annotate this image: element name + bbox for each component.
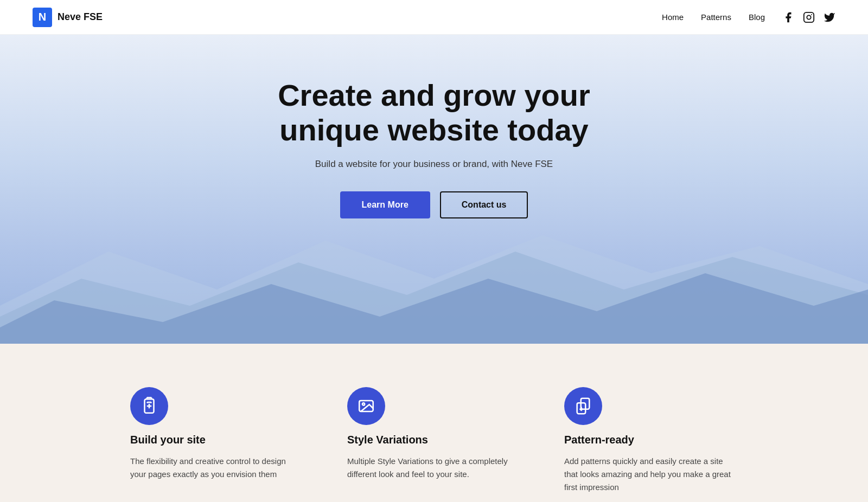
facebook-icon[interactable] xyxy=(782,11,794,23)
site-name: Neve FSE xyxy=(58,11,103,23)
hero-subtitle: Build a website for your business or bra… xyxy=(244,159,624,170)
main-nav: Home Patterns Blog xyxy=(662,11,835,23)
svg-point-13 xyxy=(362,403,365,405)
hero-content: Create and grow your unique website toda… xyxy=(244,78,624,218)
features-section: Build your site The flexibility and crea… xyxy=(0,344,868,502)
nav-home[interactable]: Home xyxy=(662,12,684,22)
social-icons xyxy=(782,11,835,23)
feature-style-desc: Multiple Style Variations to give a comp… xyxy=(347,455,521,481)
pattern-icon xyxy=(574,397,592,415)
style-icon xyxy=(357,397,375,415)
twitter-icon[interactable] xyxy=(824,11,835,23)
site-header: N Neve FSE Home Patterns Blog xyxy=(0,0,868,35)
svg-rect-0 xyxy=(804,12,814,22)
logo-icon: N xyxy=(33,8,52,27)
pattern-icon-circle xyxy=(564,387,602,425)
feature-pattern-title: Pattern-ready xyxy=(564,434,738,446)
feature-pattern-desc: Add patterns quickly and easily create a… xyxy=(564,455,738,494)
hero-mountains-bg xyxy=(0,208,868,344)
hero-section: Create and grow your unique website toda… xyxy=(0,35,868,344)
feature-build: Build your site The flexibility and crea… xyxy=(130,387,304,494)
feature-style: Style Variations Multiple Style Variatio… xyxy=(347,387,521,494)
nav-patterns[interactable]: Patterns xyxy=(701,12,731,22)
feature-pattern: Pattern-ready Add patterns quickly and e… xyxy=(564,387,738,494)
style-icon-circle xyxy=(347,387,385,425)
nav-blog[interactable]: Blog xyxy=(749,12,765,22)
feature-build-desc: The flexibility and creative control to … xyxy=(130,455,304,481)
instagram-icon[interactable] xyxy=(803,11,815,23)
feature-style-title: Style Variations xyxy=(347,434,521,446)
logo-area[interactable]: N Neve FSE xyxy=(33,8,103,27)
contact-us-button[interactable]: Contact us xyxy=(440,191,528,218)
hero-title: Create and grow your unique website toda… xyxy=(244,78,624,148)
hero-buttons: Learn More Contact us xyxy=(244,191,624,218)
svg-point-2 xyxy=(811,14,812,15)
build-icon xyxy=(140,397,158,415)
learn-more-button[interactable]: Learn More xyxy=(340,191,430,218)
feature-build-title: Build your site xyxy=(130,434,304,446)
build-icon-circle xyxy=(130,387,168,425)
svg-point-1 xyxy=(807,15,810,19)
